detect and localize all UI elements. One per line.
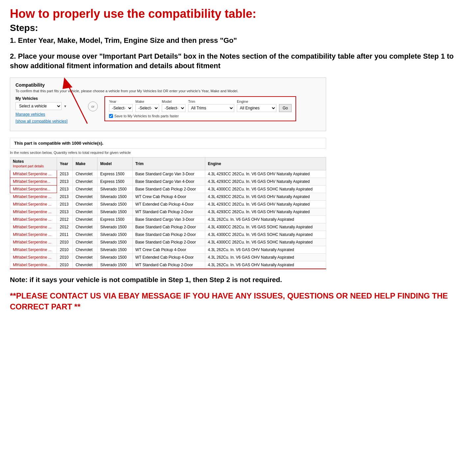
col-notes: Notes Important part details — [10, 158, 57, 170]
table-row-engine: 4.3L 262Cu. In. V6 GAS OHV Naturally Asp… — [205, 254, 326, 261]
table-row-engine: 4.3L 4293CC 262Cu. In. V6 GAS OHV Natura… — [205, 170, 326, 178]
col-model: Model — [98, 158, 132, 170]
col-trim: Trim — [132, 158, 205, 170]
table-row-trim: WT Crew Cab Pickup 4-Door — [132, 193, 205, 201]
table-row-notes: Mfrlabel:Serpentine ... — [10, 239, 57, 246]
table-row-year: 2013 — [57, 170, 73, 178]
table-row-year: 2013 — [57, 178, 73, 186]
vehicle-select[interactable]: Select a vehicle — [15, 102, 62, 110]
engine-select[interactable]: All Engines — [237, 104, 276, 112]
col-year: Year — [57, 158, 73, 170]
table-row-notes: Mfrlabel:Serpentine ... — [10, 201, 57, 208]
table-row-model: Silverado 1500 — [98, 201, 132, 208]
compatibility-table: Notes Important part details Year Make M… — [10, 157, 326, 269]
table-row-engine: 4.3L 4293CC 262Cu. In. V6 GAS OHV Natura… — [205, 178, 326, 186]
table-row-notes: Mfrlabel:Serpentine ... — [10, 254, 57, 261]
table-row-notes: Mfrlabel:Serpentine ... — [10, 216, 57, 223]
table-row-notes: Mfrlabel:Serpentine ... — [10, 193, 57, 201]
table-row-make: Chevrolet — [73, 193, 98, 201]
table-row-trim: Base Standard Cab Pickup 2-Door — [132, 186, 205, 193]
table-row-year: 2013 — [57, 201, 73, 208]
go-button[interactable]: Go — [279, 104, 292, 112]
table-row-make: Chevrolet — [73, 239, 98, 246]
table-row-model: Silverado 1500 — [98, 239, 132, 246]
notes-sub-header: Important part details — [13, 164, 44, 168]
table-row-trim: Base Standard Cargo Van 3-Door — [132, 216, 205, 223]
table-row-engine: 4.3L 4300CC 262Cu. In. V6 GAS SOHC Natur… — [205, 186, 326, 193]
table-row-make: Chevrolet — [73, 223, 98, 231]
table-row-trim: Base Standard Cab Pickup 2-Door — [132, 239, 205, 246]
table-row-model: Silverado 1500 — [98, 208, 132, 216]
year-select[interactable]: -Select- — [109, 104, 133, 112]
compatibility-section: Compatibility To confirm that this part … — [10, 77, 326, 131]
main-title: How to properly use the compatibility ta… — [10, 7, 466, 21]
table-row-trim: WT Extended Cab Pickup 4-Door — [132, 254, 205, 261]
table-row-make: Chevrolet — [73, 231, 98, 239]
table-row-model: Silverado 1500 — [98, 193, 132, 201]
table-row-engine: 4.3L 4300CC 262Cu. In. V6 GAS SOHC Natur… — [205, 239, 326, 246]
show-all-link[interactable]: [show all compatible vehicles] — [15, 119, 68, 124]
table-row-trim: Base Standard Cargo Van 3-Door — [132, 170, 205, 178]
table-row-notes: Mfrlabel:Serpentine ... — [10, 231, 57, 239]
trim-select[interactable]: All Trims — [188, 104, 234, 112]
compatible-count: This part is compatible with 1000 vehicl… — [10, 138, 326, 149]
make-label: Make — [135, 100, 159, 103]
table-row-year: 2013 — [57, 186, 73, 193]
table-row-engine: 4.3L 262Cu. In. V6 GAS OHV Naturally Asp… — [205, 216, 326, 223]
table-row-make: Chevrolet — [73, 178, 98, 186]
col-engine: Engine — [205, 158, 326, 170]
table-row-make: Chevrolet — [73, 254, 98, 261]
table-row-trim: Base Standard Cab Pickup 2-Door — [132, 231, 205, 239]
table-row-make: Chevrolet — [73, 246, 98, 254]
steps-heading: Steps: — [10, 23, 466, 33]
table-row-notes: Mfrlabel:Serpentine ... — [10, 223, 57, 231]
make-select[interactable]: -Select- — [135, 104, 159, 112]
table-row-model: Silverado 1500 — [98, 246, 132, 254]
table-row-model: Express 1500 — [98, 216, 132, 223]
table-row-year: 2010 — [57, 246, 73, 254]
model-label: Model — [162, 100, 185, 103]
table-row-engine: 4.3L 4300CC 262Cu. In. V6 GAS SOHC Natur… — [205, 231, 326, 239]
table-row-model: Silverado 1500 — [98, 261, 132, 269]
contact-text: **PLEASE CONTACT US VIA EBAY MESSAGE IF … — [10, 291, 466, 312]
quantity-note: In the notes section below, Quantity ref… — [10, 151, 326, 155]
table-row-make: Chevrolet — [73, 186, 98, 193]
table-row-model: Silverado 1500 — [98, 254, 132, 261]
step2-text: 2. Place your mouse over "Important Part… — [10, 51, 466, 71]
table-row-trim: WT Standard Cab Pickup 2-Door — [132, 261, 205, 269]
ymm-form: Year -Select- Make -Select- Model — [104, 96, 296, 121]
table-row-notes: Mfrlabel:Serpentine ... — [10, 246, 57, 254]
table-row-notes: Mfrlabel:Serpentine ... — [10, 208, 57, 216]
model-select[interactable]: -Select- — [162, 104, 185, 112]
table-row-notes: Mfrlabel:Serpentine ... — [10, 170, 57, 178]
table-row-notes: Mfrlabel:Serpentine... — [10, 178, 57, 186]
table-row-notes: Mfrlabel:Serpentine... — [10, 261, 57, 269]
table-row-engine: 4.3L 262Cu. In. V6 GAS OHV Naturally Asp… — [205, 246, 326, 254]
table-row-engine: 4.3L 262Cu. In. V6 GAS OHV Naturally Asp… — [205, 261, 326, 269]
table-row-make: Chevrolet — [73, 261, 98, 269]
table-row-trim: Base Standard Cargo Van 4-Door — [132, 178, 205, 186]
svg-line-0 — [68, 84, 87, 124]
table-row-engine: 4.3L 4300CC 262Cu. In. V6 GAS SOHC Natur… — [205, 223, 326, 231]
trim-label: Trim — [188, 100, 234, 103]
table-row-model: Silverado 1500 — [98, 223, 132, 231]
table-row-year: 2011 — [57, 231, 73, 239]
step1-text: 1. Enter Year, Make, Model, Trim, Engine… — [10, 36, 466, 45]
table-row-trim: WT Crew Cab Pickup 4-Door — [132, 246, 205, 254]
table-row-year: 2010 — [57, 261, 73, 269]
table-row-make: Chevrolet — [73, 216, 98, 223]
red-arrow-icon — [61, 74, 104, 125]
svg-marker-1 — [63, 77, 72, 89]
table-row-model: Express 1500 — [98, 170, 132, 178]
table-row-engine: 4.3L 4293CC 262Cu. In. V6 GAS OHV Natura… — [205, 201, 326, 208]
table-row-model: Silverado 1500 — [98, 186, 132, 193]
table-row-engine: 4.3L 4293CC 262Cu. In. V6 GAS OHV Natura… — [205, 193, 326, 201]
save-vehicles-text: Save to My Vehicles to finds parts faste… — [114, 114, 179, 118]
save-vehicles-checkbox[interactable] — [109, 114, 113, 118]
table-row-trim: WT Extended Cab Pickup 4-Door — [132, 201, 205, 208]
table-row-make: Chevrolet — [73, 170, 98, 178]
table-row-make: Chevrolet — [73, 201, 98, 208]
col-make: Make — [73, 158, 98, 170]
table-row-year: 2012 — [57, 216, 73, 223]
table-row-year: 2013 — [57, 208, 73, 216]
